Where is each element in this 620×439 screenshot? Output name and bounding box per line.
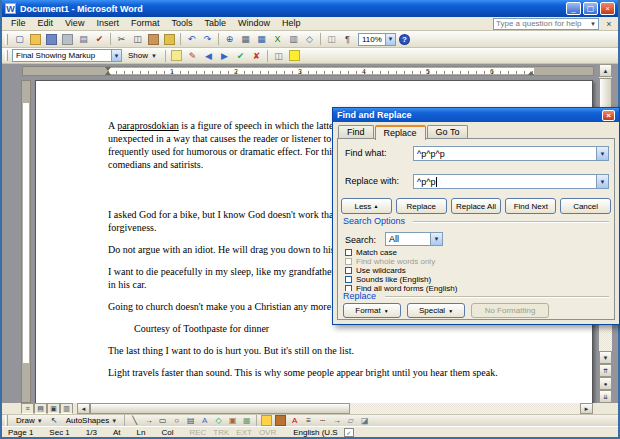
select-objects-button[interactable]: ↖ bbox=[48, 415, 61, 426]
scroll-up-button[interactable]: ▲ bbox=[599, 64, 612, 77]
undo-button[interactable]: ↶ bbox=[184, 32, 199, 47]
checkbox-box[interactable] bbox=[345, 258, 352, 265]
document-map-button[interactable]: ◫ bbox=[324, 32, 339, 47]
replace-all-button[interactable]: Replace All bbox=[451, 198, 502, 214]
zoom-combobox[interactable]: 110%▼ bbox=[358, 33, 396, 46]
status-flag-trk[interactable]: TRK bbox=[213, 428, 229, 437]
horizontal-scrollbar-thumb[interactable] bbox=[90, 403, 350, 414]
vertical-scrollbar-thumb[interactable] bbox=[599, 78, 612, 110]
previous-change-button[interactable]: ◀ bbox=[201, 48, 216, 63]
less-button[interactable]: Less ▲ bbox=[341, 198, 392, 214]
show-hide-button[interactable]: ¶ bbox=[340, 32, 355, 47]
spelling-button[interactable]: ✔ bbox=[92, 32, 107, 47]
menu-table[interactable]: Table bbox=[198, 17, 232, 30]
paste-button[interactable] bbox=[146, 32, 161, 47]
hyperlink-button[interactable]: ⊕ bbox=[222, 32, 237, 47]
previous-page-button[interactable]: ⇈ bbox=[599, 364, 612, 377]
checkbox-box[interactable] bbox=[345, 249, 352, 256]
tables-and-borders-button[interactable]: ▦ bbox=[238, 32, 253, 47]
checkbox-find-whole-words-only[interactable]: Find whole words only bbox=[345, 257, 457, 266]
highlight-button[interactable] bbox=[287, 48, 302, 63]
menu-tools[interactable]: Tools bbox=[165, 17, 198, 30]
right-indent-marker[interactable] bbox=[528, 68, 534, 75]
replace-button[interactable]: Replace bbox=[396, 198, 447, 214]
horizontal-ruler[interactable]: 123456 bbox=[22, 66, 594, 76]
toolbar-drag-handle[interactable] bbox=[5, 415, 8, 426]
status-flag-ext[interactable]: EXT bbox=[236, 428, 252, 437]
question-dropdown-icon[interactable]: ▼ bbox=[590, 19, 596, 29]
drawing-button[interactable]: ◇ bbox=[302, 32, 317, 47]
menu-window[interactable]: Window bbox=[232, 17, 276, 30]
select-browse-object-button[interactable]: ● bbox=[599, 377, 612, 390]
accept-change-button[interactable]: ✔ bbox=[233, 48, 248, 63]
scroll-right-button[interactable]: ► bbox=[580, 403, 593, 414]
menu-format[interactable]: Format bbox=[125, 17, 166, 30]
track-changes-button[interactable]: ✎ bbox=[185, 48, 200, 63]
new-document-button[interactable]: ▢ bbox=[12, 32, 27, 47]
web-layout-view-button[interactable]: ▤ bbox=[34, 403, 47, 414]
reject-change-button[interactable]: ✘ bbox=[249, 48, 264, 63]
find-next-button[interactable]: Find Next bbox=[505, 198, 556, 214]
question-help-box[interactable]: Type a question for help ▼ bbox=[493, 18, 599, 30]
menu-view[interactable]: View bbox=[59, 17, 90, 30]
find-what-dropdown-icon[interactable]: ▼ bbox=[596, 147, 608, 160]
format-button[interactable]: Format ▼ bbox=[343, 303, 401, 318]
checkbox-sounds-like-english-[interactable]: Sounds like (English) bbox=[345, 275, 457, 284]
save-button[interactable] bbox=[44, 32, 59, 47]
special-button[interactable]: Special ▼ bbox=[407, 303, 465, 318]
open-folder-button[interactable] bbox=[28, 32, 43, 47]
wordart-button[interactable]: A bbox=[198, 415, 211, 426]
insert-excel-button[interactable]: X bbox=[270, 32, 285, 47]
insert-comment-button[interactable] bbox=[169, 48, 184, 63]
zoom-dropdown-icon[interactable]: ▼ bbox=[385, 34, 395, 45]
autoshapes-menu-button[interactable]: AutoShapes ▼ bbox=[62, 415, 122, 426]
menu-help[interactable]: Help bbox=[276, 17, 307, 30]
shadow-style-button[interactable]: ▱ bbox=[344, 415, 357, 426]
checkbox-use-wildcards[interactable]: Use wildcards bbox=[345, 266, 457, 275]
line-style-button[interactable]: ≡ bbox=[302, 415, 315, 426]
toolbar-drag-handle[interactable] bbox=[5, 34, 8, 45]
status-flag-ovr[interactable]: OVR bbox=[259, 428, 276, 437]
scroll-left-button[interactable]: ◄ bbox=[77, 403, 90, 414]
menu-edit[interactable]: Edit bbox=[32, 17, 60, 30]
draw-menu-button[interactable]: Draw ▼ bbox=[12, 415, 47, 426]
print-button[interactable] bbox=[60, 32, 75, 47]
horizontal-scrollbar[interactable]: ◄ ► bbox=[77, 403, 593, 414]
next-change-button[interactable]: ▶ bbox=[217, 48, 232, 63]
format-painter-button[interactable] bbox=[162, 32, 177, 47]
oval-button[interactable]: ○ bbox=[170, 415, 183, 426]
tab-go-to[interactable]: Go To bbox=[427, 125, 469, 139]
next-page-button[interactable]: ⇊ bbox=[599, 390, 612, 403]
maximize-button[interactable]: ▢ bbox=[583, 2, 598, 15]
reviewing-pane-button[interactable]: ◫ bbox=[271, 48, 286, 63]
dialog-close-button[interactable]: × bbox=[602, 110, 615, 121]
text-box-button[interactable]: ▤ bbox=[184, 415, 197, 426]
font-color-button[interactable]: A bbox=[288, 415, 301, 426]
replace-with-dropdown-icon[interactable]: ▼ bbox=[596, 175, 608, 188]
help-button[interactable]: ? bbox=[397, 32, 412, 47]
cut-button[interactable]: ✂ bbox=[114, 32, 129, 47]
replace-with-combobox[interactable]: ^p^p ▼ bbox=[413, 174, 609, 189]
copy-button[interactable]: ◫ bbox=[130, 32, 145, 47]
line-color-button[interactable] bbox=[274, 415, 287, 426]
status-flag-rec[interactable]: REC bbox=[189, 428, 206, 437]
checkbox-box[interactable] bbox=[345, 267, 352, 274]
close-button[interactable]: × bbox=[600, 2, 615, 15]
threed-style-button[interactable]: ◪ bbox=[358, 415, 371, 426]
normal-view-button[interactable]: ≡ bbox=[21, 403, 34, 414]
menu-file[interactable]: File bbox=[5, 17, 32, 30]
dialog-title-bar[interactable]: Find and Replace × bbox=[333, 108, 619, 122]
search-dropdown-icon[interactable]: ▼ bbox=[430, 233, 442, 245]
scroll-down-button[interactable]: ▼ bbox=[599, 351, 612, 364]
left-indent-marker[interactable] bbox=[105, 68, 111, 75]
clip-art-button[interactable]: ▣ bbox=[226, 415, 239, 426]
close-document-button[interactable]: × bbox=[603, 19, 615, 29]
cancel-button[interactable]: Cancel bbox=[560, 198, 611, 214]
tab-find[interactable]: Find bbox=[338, 125, 374, 139]
find-what-combobox[interactable]: ^p^p^p ▼ bbox=[413, 146, 609, 161]
columns-button[interactable]: ▥ bbox=[286, 32, 301, 47]
display-for-review-dropdown-icon[interactable]: ▼ bbox=[111, 50, 121, 61]
print-layout-view-button[interactable]: ▣ bbox=[47, 403, 60, 414]
minimize-button[interactable]: _ bbox=[566, 2, 581, 15]
tab-replace[interactable]: Replace bbox=[375, 125, 426, 140]
